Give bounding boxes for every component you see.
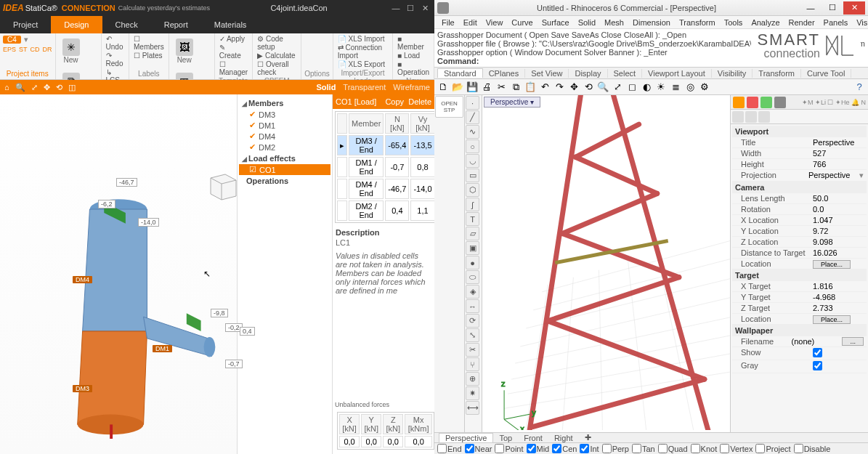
menu-dimension[interactable]: Dimension — [628, 18, 675, 27]
menu-solid[interactable]: Solid — [574, 18, 600, 27]
openstep-icon[interactable]: OPENSTP — [435, 96, 463, 118]
camera-icon[interactable] — [732, 111, 744, 123]
undo-button[interactable]: ↶ Undo — [105, 35, 126, 51]
tab-check[interactable]: Check — [102, 16, 151, 33]
mesh-icon[interactable]: ◈ — [466, 285, 479, 299]
osnap-mid[interactable]: Mid — [527, 444, 550, 453]
osnap-int[interactable]: Int — [580, 444, 599, 453]
cylinder-icon[interactable]: ⬭ — [466, 270, 479, 284]
toolbar-tab-standard[interactable]: Standard — [437, 68, 483, 78]
copy-icon[interactable]: ⧉ — [508, 81, 523, 94]
minimize-button[interactable]: — — [389, 3, 402, 13]
maximize-button[interactable]: ☐ — [822, 1, 843, 15]
new-load-button[interactable]: ■ Load — [396, 52, 431, 60]
rh-perspective-viewport[interactable]: Perspective ▾ — [482, 95, 730, 432]
join-icon[interactable]: ⊕ — [466, 372, 479, 386]
prop-tab-properties[interactable] — [733, 97, 745, 108]
menu-transform[interactable]: Transform — [675, 18, 720, 27]
apply-button[interactable]: ✓ Apply — [218, 35, 249, 43]
show-wallpaper-checkbox[interactable] — [813, 348, 822, 357]
curve-icon[interactable]: ∫ — [466, 198, 479, 211]
rotate-icon[interactable]: ⟲ — [56, 83, 62, 92]
viewtab-add[interactable]: ✚ — [579, 433, 597, 442]
surface-icon[interactable]: ▱ — [466, 227, 479, 240]
viewtab-right[interactable]: Right — [548, 434, 579, 442]
prop-tab-display[interactable] — [774, 97, 786, 108]
zoom-icon[interactable]: 🔍 — [15, 83, 25, 92]
point-icon[interactable]: · — [466, 96, 479, 110]
osnap-point[interactable]: Point — [495, 444, 523, 453]
box-icon[interactable]: ▣ — [466, 241, 479, 255]
delete-load-button[interactable]: Delete — [408, 97, 431, 106]
osnap-quad[interactable]: Quad — [658, 444, 688, 453]
calculate-button[interactable]: ▶ Calculate — [256, 52, 298, 60]
viewport-title-button[interactable]: Perspective ▾ — [484, 97, 540, 108]
dim-icon[interactable]: ⟷ — [466, 401, 479, 415]
tree-item-co1[interactable]: ☑CO1 — [239, 164, 330, 175]
menu-file[interactable]: File — [437, 18, 459, 27]
split-icon[interactable]: ⑂ — [466, 357, 479, 371]
osnap-near[interactable]: Near — [465, 444, 492, 453]
minimize-button[interactable]: — — [800, 1, 822, 15]
paste-icon[interactable]: 📋 — [523, 81, 538, 94]
menu-render[interactable]: Render — [784, 18, 819, 27]
command-input[interactable] — [482, 57, 699, 65]
osnap-end[interactable]: End — [437, 444, 462, 453]
mode-transparent[interactable]: Transparent — [343, 83, 386, 92]
home-icon[interactable]: ⌂ — [4, 83, 9, 92]
osnap-cen[interactable]: Cen — [552, 444, 577, 453]
tree-item-dm3[interactable]: ✔DM3 — [239, 109, 330, 120]
text-icon[interactable]: T — [466, 212, 479, 226]
place-camera-button[interactable]: Place... — [813, 260, 851, 269]
arc-icon[interactable]: ◡ — [466, 154, 479, 168]
menu-surface[interactable]: Surface — [538, 18, 574, 27]
close-button[interactable]: ✕ — [843, 1, 865, 15]
tab-report[interactable]: Report — [151, 16, 201, 33]
mode-wireframe[interactable]: Wireframe — [393, 83, 430, 92]
zoom-extents-icon[interactable]: ⤢ — [610, 81, 625, 94]
pan-icon[interactable]: ✥ — [44, 83, 50, 92]
line-icon[interactable]: ╱ — [466, 110, 479, 124]
explode-icon[interactable]: ✷ — [466, 386, 479, 400]
viewtab-front[interactable]: Front — [518, 434, 548, 442]
isc-3d-viewport[interactable]: -46,7 -6,2 -14,0 -9,8 -0,2 0,4 -0,7 -65,… — [0, 94, 237, 454]
sphere-icon[interactable]: ● — [466, 256, 479, 269]
new-icon[interactable]: 🗋 — [436, 81, 450, 94]
props-icon[interactable]: ◎ — [683, 81, 697, 94]
rotate-icon[interactable]: ⟲ — [581, 81, 596, 94]
polygon-icon[interactable]: ⬡ — [466, 183, 479, 197]
axo-icon[interactable]: ◫ — [68, 83, 76, 92]
menu-view[interactable]: View — [482, 18, 508, 27]
pan-icon[interactable]: ✥ — [567, 81, 581, 94]
osnap-vertex[interactable]: Vertex — [720, 444, 753, 453]
place-target-button[interactable]: Place... — [813, 315, 851, 324]
menu-analyze[interactable]: Analyze — [747, 18, 784, 27]
render-icon[interactable]: ☀ — [654, 81, 668, 94]
undo-icon[interactable]: ↶ — [538, 81, 552, 94]
tree-item-dm2[interactable]: ✔DM2 — [239, 142, 330, 153]
tab-design[interactable]: Design — [51, 16, 102, 33]
osnap-disable[interactable]: Disable — [794, 444, 831, 453]
wallpaper-icon[interactable] — [758, 111, 770, 123]
osnap-project[interactable]: Project — [755, 444, 790, 453]
help-icon[interactable]: ? — [852, 81, 867, 94]
rotate-icon[interactable]: ⟳ — [466, 314, 479, 328]
menu-tools[interactable]: Tools — [720, 18, 747, 27]
prop-tab-materials[interactable] — [747, 97, 758, 108]
tab-materials[interactable]: Materials — [201, 16, 260, 33]
menu-mesh[interactable]: Mesh — [600, 18, 628, 27]
trim-icon[interactable]: ✂ — [466, 343, 479, 357]
xls-import-button[interactable]: 📄 XLS Import — [336, 35, 389, 43]
copy-load-button[interactable]: Copy — [385, 97, 404, 106]
open-icon[interactable]: 📂 — [450, 81, 465, 94]
mode-solid[interactable]: Solid — [316, 83, 336, 92]
shade-icon[interactable]: ◐ — [639, 81, 654, 94]
load-table[interactable]: MemberN [kN]Vy [kN]Vz [kN] ▸DM3 / End-65… — [335, 111, 434, 223]
pic-new-button[interactable]: 🖼New — [172, 35, 197, 67]
maximize-button[interactable]: ☐ — [404, 3, 417, 13]
menu-edit[interactable]: Edit — [459, 18, 482, 27]
gray-wallpaper-checkbox[interactable] — [813, 361, 822, 370]
new-button[interactable]: ✳New — [59, 35, 84, 67]
menu-visualarq[interactable]: VisualARQ — [852, 18, 868, 27]
cut-icon[interactable]: ✂ — [494, 81, 508, 94]
